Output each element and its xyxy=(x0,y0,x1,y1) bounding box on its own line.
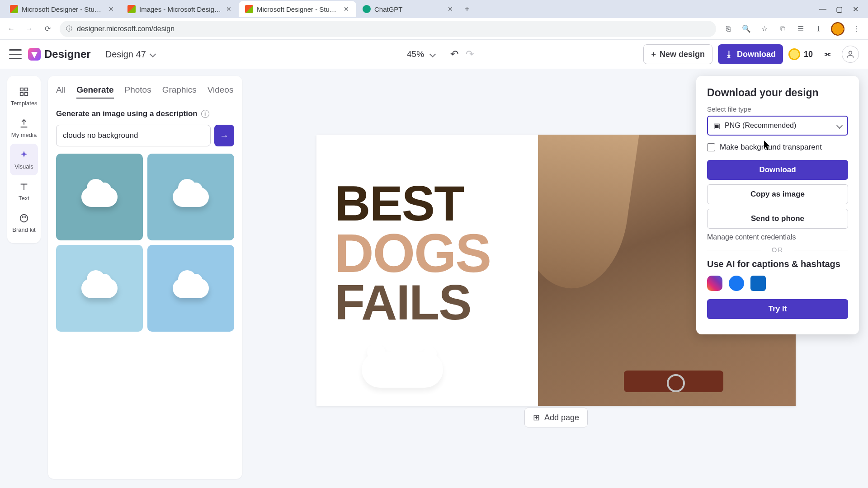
kebab-menu-icon[interactable]: ⋮ xyxy=(851,23,863,35)
left-rail: Templates My media Visuals Text Brand ki… xyxy=(7,76,41,243)
manage-credentials-link[interactable]: Manage content credentials xyxy=(707,233,848,241)
extensions-icon[interactable]: ⧉ xyxy=(777,23,788,35)
downloads-icon[interactable]: ⭳ xyxy=(813,23,825,35)
copy-image-button[interactable]: Copy as image xyxy=(707,184,848,204)
cloud-element[interactable] xyxy=(362,352,452,397)
result-thumbnail[interactable] xyxy=(147,245,234,332)
text-icon xyxy=(18,181,30,192)
maximize-icon[interactable]: ▢ xyxy=(835,5,844,14)
site-info-icon[interactable]: ⓘ xyxy=(66,25,72,33)
visuals-panel: All Generate Photos Graphics Videos Gene… xyxy=(48,76,242,479)
install-app-icon[interactable]: ⎘ xyxy=(722,23,734,35)
rail-label: My media xyxy=(11,131,37,138)
headline-line-1[interactable]: BEST xyxy=(335,180,520,227)
tab-title: Microsoft Designer - Stunning xyxy=(257,5,339,13)
tab-photos[interactable]: Photos xyxy=(125,85,151,99)
undo-icon[interactable]: ↶ xyxy=(450,48,458,60)
account-icon[interactable] xyxy=(842,46,859,63)
result-thumbnail[interactable] xyxy=(56,245,143,332)
menu-icon[interactable] xyxy=(9,49,22,59)
svg-rect-4 xyxy=(25,93,28,95)
result-thumbnail[interactable] xyxy=(56,154,143,240)
sparkle-icon xyxy=(18,149,30,161)
browser-tab-active[interactable]: Microsoft Designer - Stunning ✕ xyxy=(239,1,356,17)
url-input[interactable]: ⓘ designer.microsoft.com/design xyxy=(60,21,716,37)
browser-chrome: Microsoft Designer - Stunning ✕ Images -… xyxy=(0,0,868,40)
reload-icon[interactable]: ⟳ xyxy=(42,23,53,35)
result-thumbnail[interactable] xyxy=(147,154,234,240)
download-icon: ⭳ xyxy=(725,50,733,59)
send-label: Send to phone xyxy=(751,214,804,223)
checkbox-icon xyxy=(707,143,715,151)
ai-heading: Use AI for captions & hashtags xyxy=(707,259,848,269)
close-icon[interactable]: ✕ xyxy=(225,5,232,13)
generate-button[interactable]: → xyxy=(214,125,234,146)
palette-icon xyxy=(18,212,30,224)
rail-visuals[interactable]: Visuals xyxy=(10,144,38,175)
info-icon[interactable]: i xyxy=(201,110,209,118)
back-icon[interactable]: ← xyxy=(5,23,17,35)
send-phone-button[interactable]: Send to phone xyxy=(707,209,848,229)
designer-logo[interactable]: Designer xyxy=(28,48,91,61)
logo-mark-icon xyxy=(28,48,41,61)
tab-generate[interactable]: Generate xyxy=(76,85,113,99)
file-type-value: PNG (Recommended) xyxy=(725,122,796,130)
window-close-icon[interactable]: ✕ xyxy=(851,5,860,14)
zoom-icon[interactable]: 🔍 xyxy=(741,23,752,35)
coin-icon xyxy=(788,48,800,60)
plus-icon: + xyxy=(651,50,656,59)
file-type-label: Select file type xyxy=(707,105,848,113)
bookmark-icon[interactable]: ☆ xyxy=(759,23,770,35)
svg-rect-1 xyxy=(20,88,23,91)
minimize-icon[interactable]: — xyxy=(818,5,827,14)
file-type-select[interactable]: ▣ PNG (Recommended) xyxy=(707,116,848,136)
rail-templates[interactable]: Templates xyxy=(7,80,41,112)
new-tab-button[interactable]: + xyxy=(460,2,474,16)
rail-brandkit[interactable]: Brand kit xyxy=(7,207,41,239)
browser-tab[interactable]: ChatGPT ✕ xyxy=(356,1,460,17)
close-icon[interactable]: ✕ xyxy=(343,5,350,13)
upload-icon xyxy=(18,117,30,129)
headline-line-3[interactable]: FAILS xyxy=(335,279,520,326)
share-icon[interactable]: ⫘ xyxy=(818,45,836,63)
tab-videos[interactable]: Videos xyxy=(208,85,234,99)
profile-avatar[interactable] xyxy=(831,22,844,36)
zoom-level[interactable]: 45% xyxy=(407,49,424,59)
manage-label: Manage content credentials xyxy=(707,233,796,241)
svg-point-6 xyxy=(22,216,23,217)
tab-graphics[interactable]: Graphics xyxy=(162,85,197,99)
prompt-input[interactable] xyxy=(56,125,211,146)
download-label: Download xyxy=(737,50,776,59)
instagram-icon[interactable] xyxy=(707,276,722,291)
popover-download-button[interactable]: Download xyxy=(707,160,848,180)
browser-tab[interactable]: Microsoft Designer - Stunning ✕ xyxy=(4,1,121,17)
download-button[interactable]: ⭳ Download xyxy=(718,44,783,64)
new-design-button[interactable]: + New design xyxy=(643,44,712,64)
rail-text[interactable]: Text xyxy=(7,175,41,207)
design-name-dropdown[interactable]: Design 47 xyxy=(105,49,155,60)
chevron-down-icon[interactable] xyxy=(429,51,436,57)
close-icon[interactable]: ✕ xyxy=(447,5,454,13)
generate-heading: Generate an image using a description i xyxy=(56,109,234,118)
try-it-button[interactable]: Try it xyxy=(707,299,848,319)
copy-label: Copy as image xyxy=(750,190,805,199)
add-page-button[interactable]: ⊞ Add page xyxy=(524,408,588,427)
panel-tabs: All Generate Photos Graphics Videos xyxy=(56,85,234,99)
browser-tab[interactable]: Images - Microsoft Designer ✕ xyxy=(121,1,239,17)
svg-rect-3 xyxy=(20,93,23,95)
rail-label: Text xyxy=(19,195,29,202)
linkedin-icon[interactable] xyxy=(750,276,766,291)
download-popover: Download your design Select file type ▣ … xyxy=(696,76,859,334)
or-divider: OR xyxy=(707,246,848,253)
tab-all[interactable]: All xyxy=(56,85,66,99)
headline-line-2[interactable]: DOGS xyxy=(335,227,520,279)
rail-mymedia[interactable]: My media xyxy=(7,112,41,144)
reading-list-icon[interactable]: ☰ xyxy=(795,23,807,35)
facebook-icon[interactable] xyxy=(729,276,744,291)
transparent-checkbox[interactable]: Make background transparent xyxy=(707,143,848,152)
close-icon[interactable]: ✕ xyxy=(108,5,115,13)
credits-counter[interactable]: 10 xyxy=(788,48,813,60)
favicon-microsoft xyxy=(10,5,18,13)
svg-rect-2 xyxy=(25,88,28,91)
canvas-text-area[interactable]: BEST DOGS FAILS xyxy=(316,135,538,406)
